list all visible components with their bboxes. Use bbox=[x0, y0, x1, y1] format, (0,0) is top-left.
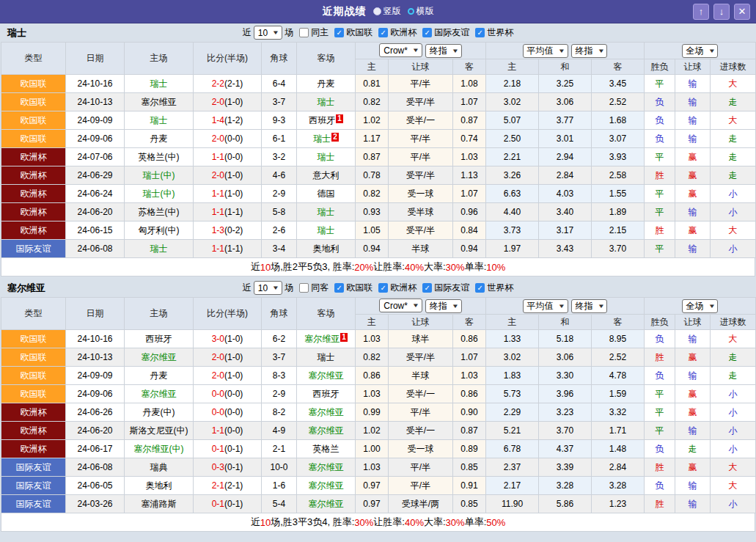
match-type-cell: 欧洲杯 bbox=[1, 166, 66, 185]
average-odds-select[interactable]: 平均值▼ bbox=[523, 299, 568, 313]
away-team-cell: 西班牙1 bbox=[297, 111, 356, 130]
away-team-cell: 塞尔维亚 bbox=[297, 403, 356, 422]
team-name-text: 瑞士 bbox=[318, 352, 335, 362]
goals-result-cell: 小 bbox=[711, 403, 756, 422]
team-name-text: 塞尔维亚 bbox=[142, 389, 177, 399]
team-name: 瑞士 bbox=[7, 26, 26, 40]
close-button[interactable]: ✕ bbox=[734, 4, 750, 20]
crown-odds-select[interactable]: Crow*▼ bbox=[379, 43, 422, 57]
final-average-select-value: 终指 bbox=[576, 45, 593, 57]
competition-label-3: 世界杯 bbox=[487, 282, 513, 294]
crown-away-odds-cell: 0.94 bbox=[453, 240, 486, 258]
match-count-select[interactable]: 10▼ bbox=[254, 281, 282, 295]
score-cell: 2-0(1-0) bbox=[194, 367, 262, 385]
outcome-cell: 平 bbox=[645, 385, 675, 403]
team-name-text: 奥地利 bbox=[146, 480, 172, 491]
final-odds-select-value: 终指 bbox=[430, 300, 447, 312]
fulltime-score: 1-4 bbox=[212, 115, 224, 125]
summary-text: 大率: bbox=[424, 260, 446, 274]
col-header-score: 比分(半场) bbox=[194, 298, 262, 330]
radio-vertical[interactable]: 竖版 bbox=[373, 5, 401, 18]
match-type-cell: 欧国联 bbox=[1, 348, 66, 367]
crown-home-odds-cell: 0.82 bbox=[356, 348, 389, 367]
competition-checkbox-0[interactable]: ✓ bbox=[334, 28, 344, 37]
match-date-cell: 24-06-08 bbox=[66, 458, 125, 477]
team-name-text: 丹麦 bbox=[150, 133, 168, 144]
competition-label-2: 国际友谊 bbox=[434, 282, 469, 294]
crown-handicap-cell: 受球半/两 bbox=[389, 495, 453, 513]
handicap-result-cell: 赢 bbox=[675, 458, 711, 477]
col-header-away-odds: 客 bbox=[453, 59, 486, 75]
fulltime-select[interactable]: 全场▼ bbox=[682, 44, 719, 58]
crown-odds-select[interactable]: Crow*▼ bbox=[379, 299, 422, 312]
match-row: 欧国联24-09-06丹麦2-0(0-0)6-1瑞士21.17平/半0.742.… bbox=[1, 130, 756, 148]
handicap-result-cell: 输 bbox=[675, 495, 711, 513]
fulltime-select[interactable]: 全场▼ bbox=[682, 299, 719, 313]
avg-home-odds-cell: 1.33 bbox=[486, 330, 539, 348]
move-up-button[interactable]: ↑ bbox=[693, 4, 709, 20]
chevron-down-icon: ▼ bbox=[452, 48, 459, 54]
competition-checkbox-1[interactable]: ✓ bbox=[378, 28, 388, 37]
same-venue-checkbox[interactable] bbox=[299, 28, 309, 37]
match-row: 欧国联24-10-13塞尔维亚2-0(1-0)3-7瑞士0.82受平/半1.07… bbox=[1, 93, 756, 111]
competition-checkbox-2[interactable]: ✓ bbox=[422, 283, 432, 293]
outcome-cell: 负 bbox=[645, 111, 675, 130]
halftime-score: (0-1) bbox=[224, 444, 243, 454]
filter-controls: 近10▼场同客✓欧国联✓欧洲杯✓国际友谊✓世界杯 bbox=[243, 281, 513, 295]
avg-away-odds-cell: 3.93 bbox=[592, 148, 645, 166]
match-count-select[interactable]: 10▼ bbox=[254, 26, 282, 40]
chevron-down-icon: ▼ bbox=[557, 303, 565, 310]
competition-checkbox-0[interactable]: ✓ bbox=[334, 283, 344, 293]
final-average-select[interactable]: 终指▼ bbox=[571, 44, 608, 58]
match-type-cell: 国际友谊 bbox=[1, 495, 66, 513]
competition-checkbox-3[interactable]: ✓ bbox=[475, 283, 485, 293]
match-date-cell: 24-09-09 bbox=[66, 111, 125, 130]
match-type-cell: 欧洲杯 bbox=[1, 185, 66, 203]
header-row-1: 类型日期主场比分(半场)角球客场Crow*▼终指▼平均值▼终指▼全场▼ bbox=[1, 43, 756, 59]
crown-home-odds-cell: 0.94 bbox=[356, 240, 389, 258]
col-header-handicap-result: 让球 bbox=[675, 59, 711, 75]
competition-checkbox-2[interactable]: ✓ bbox=[422, 28, 432, 37]
match-row: 欧洲杯24-06-15匈牙利(中)1-3(0-2)2-6瑞士1.05受平/半0.… bbox=[1, 221, 756, 240]
competition-label-0: 欧国联 bbox=[346, 282, 373, 294]
crown-handicap-cell: 平/半 bbox=[389, 148, 453, 166]
radio-horizontal[interactable]: 横版 bbox=[408, 5, 434, 18]
summary-text: 10 bbox=[260, 262, 271, 273]
match-date-cell: 24-03-26 bbox=[66, 495, 125, 513]
avg-away-odds-cell: 3.28 bbox=[592, 477, 645, 495]
team-name-text: 塞尔维亚 bbox=[309, 370, 344, 381]
crown-away-odds-cell: 0.85 bbox=[453, 495, 486, 513]
home-team-cell: 塞浦路斯 bbox=[125, 495, 194, 513]
average-odds-select[interactable]: 平均值▼ bbox=[523, 44, 568, 58]
corner-cell: 9-3 bbox=[262, 111, 297, 130]
col-header-corner: 角球 bbox=[262, 43, 297, 75]
match-row: 欧国联24-09-06塞尔维亚0-0(0-0)2-9西班牙1.03受半/一0.8… bbox=[1, 385, 756, 403]
score-cell: 1-1(0-0) bbox=[194, 148, 262, 166]
match-type-cell: 欧洲杯 bbox=[1, 440, 66, 458]
match-count-select-value: 10 bbox=[258, 28, 268, 38]
competition-checkbox-3[interactable]: ✓ bbox=[475, 28, 485, 37]
filter-bar: 塞尔维亚近10▼场同客✓欧国联✓欧洲杯✓国际友谊✓世界杯 bbox=[0, 279, 756, 297]
match-type-cell: 欧国联 bbox=[1, 75, 66, 93]
same-venue-checkbox[interactable] bbox=[299, 283, 309, 293]
avg-away-odds-cell: 1.59 bbox=[592, 385, 645, 403]
team-name-text: 英格兰(中) bbox=[139, 152, 180, 162]
move-down-button[interactable]: ↓ bbox=[713, 4, 730, 20]
handicap-result-cell: 走 bbox=[675, 440, 711, 458]
avg-away-odds-cell: 8.95 bbox=[592, 330, 645, 348]
avg-draw-odds-cell: 3.43 bbox=[539, 240, 592, 258]
avg-away-odds-cell: 1.48 bbox=[592, 440, 645, 458]
final-odds-select[interactable]: 终指▼ bbox=[425, 299, 462, 313]
away-team-cell: 德国 bbox=[297, 185, 356, 203]
team-name-text: 塞尔维亚 bbox=[309, 425, 344, 436]
home-team-cell: 匈牙利(中) bbox=[125, 221, 194, 240]
col-header-goals: 进球数 bbox=[711, 59, 756, 75]
competition-checkbox-1[interactable]: ✓ bbox=[378, 283, 388, 293]
home-team-cell: 瑞士 bbox=[125, 240, 194, 258]
final-odds-select[interactable]: 终指▼ bbox=[425, 44, 462, 58]
goals-result-cell: 走 bbox=[711, 148, 756, 166]
outcome-cell: 负 bbox=[645, 440, 675, 458]
crown-handicap-cell: 球半 bbox=[389, 330, 453, 348]
score-cell: 2-1(2-1) bbox=[194, 477, 262, 495]
final-average-select[interactable]: 终指▼ bbox=[571, 299, 608, 313]
